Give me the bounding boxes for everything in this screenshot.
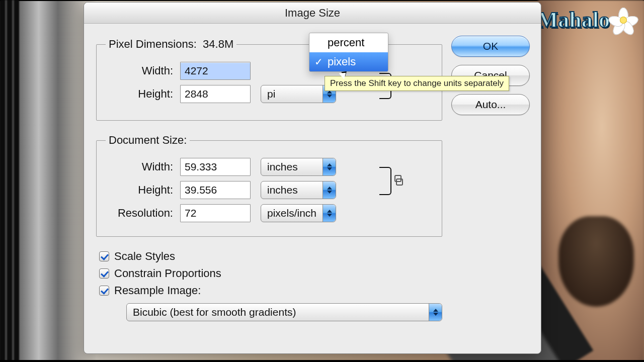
mahalo-logo: Mahalo [537, 7, 635, 33]
ok-button[interactable]: OK [451, 36, 530, 57]
ds-width-label: Width: [106, 160, 180, 173]
dropdown-arrows-icon [323, 158, 336, 175]
document-size-legend: Document Size: [106, 134, 190, 147]
checkbox-icon [99, 286, 109, 296]
ds-width-input[interactable] [180, 158, 251, 176]
checkbox-icon [99, 268, 109, 279]
ds-height-unit-select[interactable]: inches [261, 181, 336, 199]
ds-height-label: Height: [106, 184, 180, 197]
unit-option-pixels[interactable]: ✓ pixels [309, 52, 388, 71]
pd-height-label: Height: [106, 87, 180, 101]
dropdown-arrows-icon [323, 205, 336, 222]
mahalo-text: Mahalo [537, 7, 610, 33]
ds-width-unit-select[interactable]: inches [261, 158, 336, 176]
ds-link-bracket-icon [379, 167, 391, 195]
dropdown-arrows-icon [323, 182, 336, 199]
image-size-dialog: Image Size Pixel Dimensions: 34.8M Width… [84, 2, 541, 354]
unit-option-percent[interactable]: percent [309, 33, 388, 52]
scale-styles-checkbox[interactable]: Scale Styles [99, 250, 442, 263]
pd-width-unit-dropdown[interactable]: percent ✓ pixels [309, 33, 388, 72]
ds-resolution-label: Resolution: [106, 207, 180, 220]
auto-button[interactable]: Auto... [451, 94, 530, 115]
dialog-title: Image Size [84, 3, 541, 24]
resample-method-select[interactable]: Bicubic (best for smooth gradients) [126, 303, 442, 321]
pd-width-input[interactable] [180, 62, 251, 80]
ds-height-input[interactable] [180, 181, 251, 199]
ds-resolution-unit-select[interactable]: pixels/inch [261, 204, 336, 222]
checkmark-icon: ✓ [314, 56, 323, 68]
pd-width-label: Width: [106, 64, 180, 77]
checkbox-icon [99, 251, 109, 261]
ds-resolution-input[interactable] [180, 204, 251, 222]
pixel-dimensions-size: 34.8M [203, 38, 233, 50]
dropdown-arrows-icon [429, 304, 442, 321]
shift-key-tooltip: Press the Shift key to change units sepa… [325, 76, 509, 91]
pd-height-input[interactable] [180, 85, 251, 103]
ds-link-chain-icon [394, 175, 403, 185]
flower-icon [612, 9, 635, 32]
document-size-group: Document Size: Width: inches Height: inc… [96, 134, 442, 237]
resample-image-checkbox[interactable]: Resample Image: [99, 284, 442, 297]
constrain-proportions-checkbox[interactable]: Constrain Proportions [99, 267, 442, 280]
pixel-dimensions-legend: Pixel Dimensions: 34.8M [106, 38, 236, 51]
